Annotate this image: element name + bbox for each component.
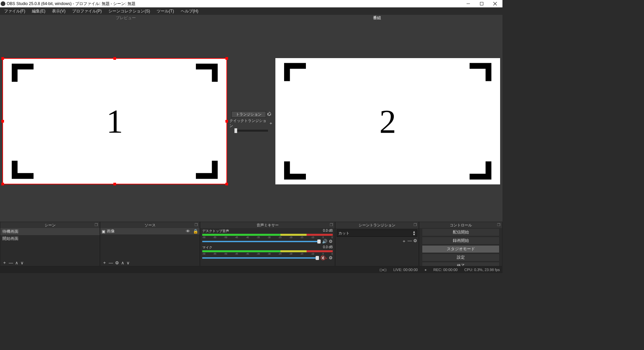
menu-view[interactable]: 表示(V) [49, 8, 68, 15]
chevron-down-icon[interactable]: ∨ [20, 260, 24, 265]
control-button-3[interactable]: 設定 [422, 254, 499, 261]
resize-handle[interactable] [1, 57, 4, 60]
preview-pane[interactable]: 1 [0, 21, 229, 222]
minimize-button[interactable] [462, 0, 475, 7]
transition-selected: カット [338, 231, 350, 236]
scenes-dock: シーン❐ 待機画面 開始画面 ＋ — ∧ ∨ [0, 222, 100, 266]
popout-icon[interactable]: ❐ [497, 223, 501, 227]
chevron-updown-icon: ▲▼ [413, 230, 416, 236]
mixer-track: マイク0.0 dB-60-55-50-45-40-35-30-25-20-15-… [200, 245, 335, 261]
titlebar: OBS Studio 25.0.8 (64-bit, windows) - プロ… [0, 0, 502, 7]
plus-icon[interactable]: ＋ [102, 260, 107, 266]
resize-handle[interactable] [113, 57, 116, 60]
chevron-down-icon[interactable]: ∨ [126, 260, 130, 265]
volume-slider[interactable] [202, 257, 319, 259]
source-label: 画像 [107, 228, 115, 234]
lock-icon[interactable]: 🔒 [193, 229, 198, 234]
scene-item[interactable]: 開始画面 [0, 235, 100, 242]
minus-icon[interactable]: — [408, 238, 412, 244]
source-item[interactable]: ▣ 画像 👁 🔒 [100, 228, 200, 234]
scene-transitions-dock: シーントランジション❐ カット ▲▼ ＋ — ⚙ [335, 222, 419, 266]
sources-dock: ソース❐ ▣ 画像 👁 🔒 ＋ — ⚙ ∧ ∨ [100, 222, 200, 266]
maximize-button[interactable] [475, 0, 488, 7]
statusbar: ((●)) LIVE: 00:00:00 ● REC: 00:00:00 CPU… [0, 266, 502, 273]
mixer-track: デスクトップ音声0.0 dB-60-55-50-45-40-35-30-25-2… [200, 228, 335, 245]
popout-icon[interactable]: ❐ [194, 223, 198, 227]
gear-icon[interactable]: ⚙ [329, 239, 333, 244]
resize-handle[interactable] [225, 120, 228, 123]
mixer-track-db: 0.0 dB [323, 229, 333, 233]
menu-profile[interactable]: プロファイル(P) [69, 8, 104, 15]
meter-scale: -60-55-50-45-40-35-30-25-20-15-10-50 [202, 253, 333, 255]
minus-icon[interactable]: — [9, 260, 13, 265]
menubar: ファイル(F) 編集(E) 表示(V) プロファイル(P) シーンコレクション(… [0, 7, 502, 15]
program-canvas: 2 [275, 58, 500, 184]
program-label: 番組 [251, 15, 502, 21]
quick-transition-label: クイックトランジション [229, 118, 268, 128]
audio-meter [202, 250, 333, 252]
mixer-dock: 音声ミキサー❐ デスクトップ音声0.0 dB-60-55-50-45-40-35… [200, 222, 335, 266]
status-rec: REC: 00:00:00 [433, 268, 458, 272]
close-button[interactable] [488, 0, 502, 7]
audio-meter [202, 234, 333, 236]
chevron-up-icon[interactable]: ∧ [121, 260, 124, 265]
plus-icon[interactable]: ＋ [402, 238, 406, 244]
control-button-1[interactable]: 録画開始 [422, 237, 499, 245]
plus-icon[interactable]: ＋ [2, 260, 7, 266]
gear-icon[interactable]: ⚙ [329, 255, 333, 260]
speaker-icon[interactable]: 🔊 [322, 239, 327, 244]
popout-icon[interactable]: ❐ [413, 223, 417, 227]
menu-tools[interactable]: ツール(T) [154, 8, 176, 15]
speaker-icon[interactable]: 🔇× [320, 255, 327, 260]
menu-scene-collection[interactable]: シーンコレクション(S) [106, 8, 153, 15]
gear-icon[interactable] [267, 112, 271, 117]
rec-indicator-icon: ● [424, 268, 427, 272]
transition-button[interactable]: トランジション [231, 111, 266, 118]
slider-thumb[interactable] [316, 256, 319, 260]
program-content-number: 2 [379, 102, 396, 141]
resize-handle[interactable] [225, 57, 228, 60]
program-pane: 2 [273, 21, 502, 222]
transition-slider[interactable] [234, 130, 268, 132]
resize-handle[interactable] [1, 183, 4, 185]
slider-thumb[interactable] [234, 128, 237, 133]
image-icon: ▣ [102, 229, 105, 234]
sources-title: ソース [145, 223, 156, 228]
control-button-2[interactable]: スタジオモード [422, 245, 499, 253]
menu-file[interactable]: ファイル(F) [1, 8, 28, 15]
transition-select[interactable]: カット ▲▼ [337, 229, 417, 237]
live-indicator-icon: ((●)) [379, 268, 386, 272]
slider-thumb[interactable] [317, 239, 321, 244]
scene-item[interactable]: 待機画面 [0, 228, 100, 235]
gear-icon[interactable]: ⚙ [413, 238, 417, 244]
mixer-track-name: マイク [202, 245, 212, 250]
scenes-title: シーン [45, 223, 56, 228]
volume-slider[interactable] [202, 241, 321, 242]
meter-scale: -60-55-50-45-40-35-30-25-20-15-10-50 [202, 236, 333, 238]
resize-handle[interactable] [225, 183, 228, 185]
control-button-4[interactable]: 終了 [422, 262, 499, 266]
control-button-0[interactable]: 配信開始 [422, 228, 499, 236]
status-live: LIVE: 00:00:00 [393, 268, 418, 272]
preview-canvas[interactable]: 1 [2, 58, 227, 184]
eye-icon[interactable]: 👁 [186, 229, 190, 234]
minus-icon[interactable]: — [109, 260, 113, 265]
popout-icon[interactable]: ❐ [94, 223, 98, 227]
menu-edit[interactable]: 編集(E) [29, 8, 48, 15]
window-title: OBS Studio 25.0.8 (64-bit, windows) - プロ… [7, 1, 136, 7]
svg-rect-1 [480, 2, 483, 5]
preview-label: プレビュー [0, 15, 251, 21]
preview-content-number: 1 [106, 102, 123, 141]
menu-help[interactable]: ヘルプ(H) [178, 8, 201, 15]
controls-dock: コントロール❐ 配信開始録画開始スタジオモード設定終了 [419, 222, 502, 266]
plus-icon[interactable]: ＋ [269, 120, 273, 126]
transition-controls: トランジション クイックトランジション ＋ [229, 21, 273, 222]
app-icon [1, 1, 5, 6]
gear-icon[interactable]: ⚙ [115, 260, 119, 265]
chevron-up-icon[interactable]: ∧ [15, 260, 18, 265]
resize-handle[interactable] [1, 120, 4, 123]
mixer-title: 音声ミキサー [257, 223, 279, 228]
popout-icon[interactable]: ❐ [329, 223, 333, 227]
resize-handle[interactable] [113, 183, 116, 185]
status-cpu: CPU: 0.3%, 23.98 fps [464, 268, 500, 272]
